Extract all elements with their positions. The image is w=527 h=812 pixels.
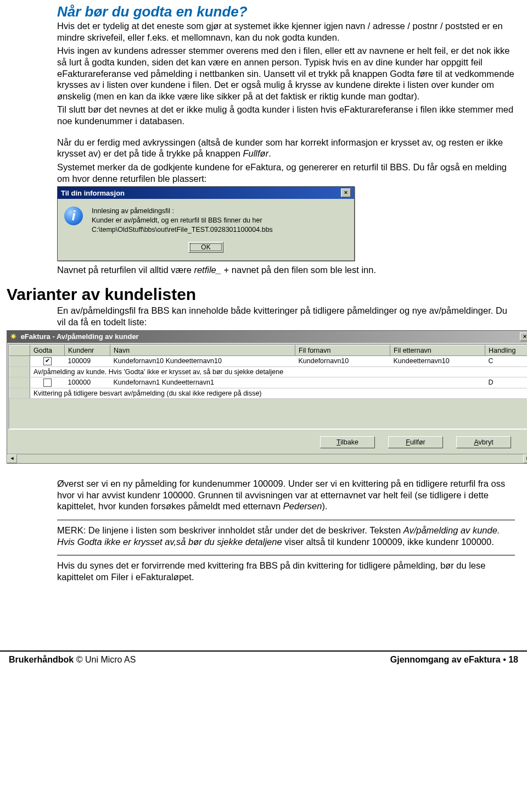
inline-italic: retfile_	[194, 265, 221, 275]
customer-table: Godta Kundenr Navn Fil fornavn Fil etter…	[9, 345, 527, 399]
table-row[interactable]: 100000 Kundefornavn1 Kundeetternavn1 D	[10, 377, 528, 388]
window-titlebar: ✷ eFaktura - Av/påmelding av kunder ×	[7, 331, 527, 343]
text: MERK: De linjene i listen som beskriver …	[57, 525, 403, 535]
cell-filetternavn	[390, 377, 485, 388]
text: ).	[322, 501, 327, 511]
footer-left-bold: Brukerhåndbok	[9, 655, 74, 664]
group-row: Kvittering på tidligere besvart av/påmel…	[10, 388, 528, 399]
body-paragraph: Navnet på returfilen vil alltid være ret…	[57, 264, 515, 276]
body-paragraph: Hvis ingen av kundens adresser stemmer o…	[57, 45, 515, 102]
text: Navnet på returfilen vil alltid være	[57, 265, 194, 275]
customer-list-window: ✷ eFaktura - Av/påmelding av kunder × Go…	[7, 330, 527, 464]
footer-right-bold: Gjennomgang av eFaktura	[390, 655, 503, 664]
scroll-right-icon[interactable]: ►	[523, 454, 527, 463]
body-paragraph: Øverst ser vi en ny påmelding for kunden…	[57, 478, 515, 512]
body-paragraph: Systemet merker da de godkjente kundene …	[57, 162, 515, 184]
grid-empty-area	[9, 399, 527, 429]
cell-navn: Kundefornavn1 Kundeetternavn1	[110, 377, 295, 388]
cell-navn: Kundefornavn10 Kundeetternavn10	[110, 355, 295, 366]
body-paragraph: Når du er ferdig med avkryssingen (altså…	[57, 137, 515, 159]
section-title: Når bør du godta en kunde?	[57, 3, 515, 20]
page-number: 18	[506, 655, 518, 664]
avbryt-button[interactable]: Avbryt	[456, 436, 511, 448]
dialog-titlebar: Til din informasjon ×	[58, 187, 354, 199]
col-filetternavn[interactable]: Fil etternavn	[390, 345, 485, 355]
cell-filfornavn: Kundefornavn10	[295, 355, 390, 366]
row-header-blank	[10, 345, 30, 355]
inline-italic: Fullfør	[243, 148, 268, 158]
cell-filetternavn: Kundeetternavn10	[390, 355, 485, 366]
body-paragraph: Hvis du synes det er forvirrende med kvi…	[57, 560, 515, 582]
dialog-title: Til din informasjon	[61, 189, 125, 197]
app-icon: ✷	[10, 332, 16, 341]
body-paragraph: Hvis det er tydelig at det eneste som gj…	[57, 20, 515, 43]
horizontal-scrollbar[interactable]: ◄ ►	[7, 454, 527, 463]
info-icon: i	[64, 207, 83, 225]
text: Når du er ferdig med avkryssingen (altså…	[57, 137, 503, 159]
cell-filfornavn	[295, 377, 390, 388]
page-footer: Brukerhåndbok © Uni Micro AS Gjennomgang…	[0, 652, 527, 670]
cell-handling: C	[485, 355, 528, 366]
col-godta[interactable]: Godta	[30, 345, 65, 355]
chapter-title: Varianter av kundelisten	[7, 285, 520, 304]
body-paragraph: MERK: De linjene i listen som beskriver …	[57, 525, 515, 547]
scroll-left-icon[interactable]: ◄	[7, 454, 17, 463]
col-filfornavn[interactable]: Fil fornavn	[295, 345, 390, 355]
tilbake-button[interactable]: Tilbake	[320, 436, 375, 448]
group-label: Av/påmelding av kunde. Hvis 'Godta' ikke…	[30, 366, 528, 377]
text: Øverst ser vi en ny påmelding for kunden…	[57, 479, 505, 511]
dialog-message: Innlesing av påmeldingsfil : Kunder er a…	[92, 207, 273, 235]
separator	[57, 520, 515, 520]
text: + navnet på den filen som ble lest inn.	[221, 265, 376, 275]
group-row: Av/påmelding av kunde. Hvis 'Godta' ikke…	[10, 366, 528, 377]
ok-button[interactable]: OK	[188, 242, 223, 253]
body-paragraph: En av/påmeldingsfil fra BBS kan innehold…	[57, 305, 515, 327]
col-handling[interactable]: Handling	[485, 345, 528, 355]
cell-handling: D	[485, 377, 528, 388]
separator	[57, 555, 515, 555]
group-label: Kvittering på tidligere besvart av/påmel…	[30, 388, 528, 399]
text: viser altså til kundenr 100009, ikke kun…	[282, 537, 494, 547]
checkbox-checked[interactable]: ✔	[43, 357, 52, 365]
col-navn[interactable]: Navn	[110, 345, 295, 355]
fullfor-button[interactable]: Fullfør	[388, 436, 443, 448]
close-icon[interactable]: ×	[520, 332, 527, 341]
checkbox-unchecked[interactable]	[43, 379, 52, 387]
info-dialog: Til din informasjon × i Innlesing av påm…	[57, 186, 355, 261]
body-paragraph: Til slutt bør det nevnes at det er ikke …	[57, 104, 515, 126]
cell-kundenr: 100000	[65, 377, 110, 388]
cell-kundenr: 100009	[65, 355, 110, 366]
inline-italic: Pedersen	[283, 501, 322, 511]
window-title: eFaktura - Av/påmelding av kunder	[21, 332, 139, 341]
close-icon[interactable]: ×	[341, 188, 351, 197]
col-kundenr[interactable]: Kundenr	[65, 345, 110, 355]
text: .	[268, 148, 271, 158]
table-row[interactable]: ✔ 100009 Kundefornavn10 Kundeetternavn10…	[10, 355, 528, 366]
footer-left: © Uni Micro AS	[74, 655, 136, 664]
